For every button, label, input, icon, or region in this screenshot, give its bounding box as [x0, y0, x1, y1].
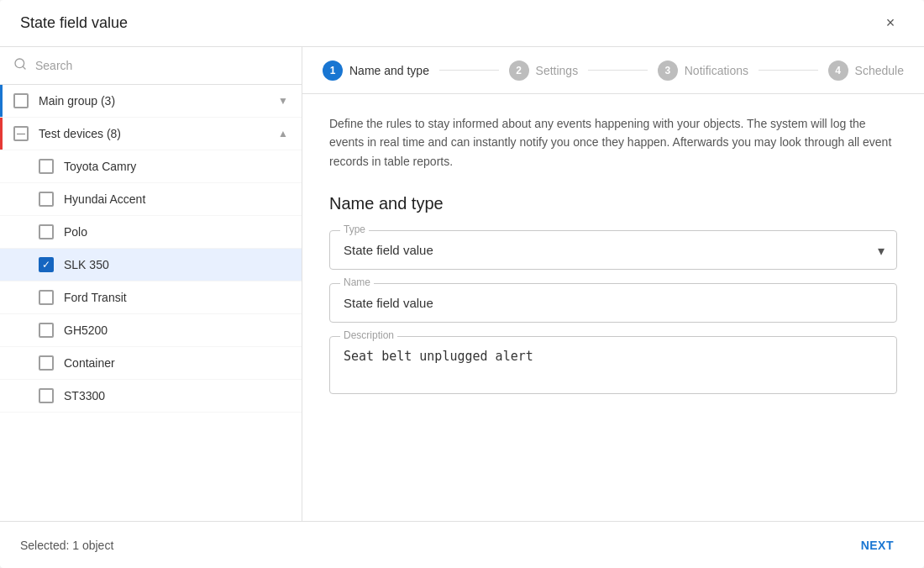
- device-list: Main group (3) ▼ Test devices (8) ▲ Toyo…: [0, 85, 302, 521]
- group-item-main-group[interactable]: Main group (3) ▼: [0, 85, 302, 118]
- selected-count-text: Selected: 1 object: [20, 539, 113, 552]
- modal-body: Main group (3) ▼ Test devices (8) ▲ Toyo…: [0, 47, 924, 521]
- list-item-slk-350[interactable]: SLK 350: [0, 249, 302, 281]
- test-devices-label: Test devices (8): [39, 127, 268, 140]
- slk-350-checkbox[interactable]: [39, 257, 54, 272]
- step-1: 1 Name and type: [323, 60, 429, 81]
- search-bar: [0, 47, 302, 85]
- st3300-label: ST3300: [64, 389, 288, 402]
- test-devices-checkbox[interactable]: [13, 126, 29, 141]
- toyota-camry-label: Toyota Camry: [64, 160, 288, 173]
- description-textarea[interactable]: [330, 337, 896, 391]
- list-item-container[interactable]: Container: [0, 347, 302, 380]
- list-item-ford-transit[interactable]: Ford Transit: [0, 281, 302, 314]
- list-item-gh5200[interactable]: GH5200: [0, 314, 302, 347]
- step-1-circle: 1: [323, 60, 343, 81]
- ford-transit-label: Ford Transit: [64, 291, 288, 304]
- right-panel: 1 Name and type 2 Settings 3 Notifica: [302, 47, 924, 521]
- step-4-label: Schedule: [855, 64, 904, 77]
- step-4-circle: 4: [828, 60, 848, 81]
- step-2-label: Settings: [536, 64, 579, 77]
- list-item-polo[interactable]: Polo: [0, 216, 302, 249]
- section-title: Name and type: [329, 194, 897, 213]
- step-3: 3 Notifications: [658, 60, 748, 81]
- main-group-label: Main group (3): [39, 94, 268, 108]
- st3300-checkbox[interactable]: [39, 388, 54, 403]
- description-label: Description: [340, 329, 397, 341]
- type-field-group: Type State field value ▾: [329, 230, 897, 270]
- modal-header: State field value ×: [0, 0, 924, 47]
- close-button[interactable]: ×: [877, 10, 904, 37]
- step-1-label: Name and type: [349, 64, 429, 77]
- step-line-3-4: [759, 70, 818, 71]
- next-button[interactable]: NEXT: [851, 532, 904, 559]
- step-3-label: Notifications: [685, 64, 748, 77]
- chevron-up-icon: ▲: [278, 128, 288, 139]
- step-2-circle: 2: [509, 60, 529, 81]
- stepper: 1 Name and type 2 Settings 3 Notifica: [302, 47, 924, 94]
- modal-footer: Selected: 1 object NEXT: [0, 521, 924, 568]
- step-4: 4 Schedule: [828, 60, 904, 81]
- name-field-group: Name: [329, 283, 897, 323]
- ford-transit-checkbox[interactable]: [39, 290, 54, 305]
- container-label: Container: [64, 356, 288, 370]
- modal-title: State field value: [20, 14, 128, 32]
- step-2: 2 Settings: [509, 60, 579, 81]
- polo-checkbox[interactable]: [39, 224, 54, 239]
- step-3-circle: 3: [658, 60, 678, 81]
- left-panel: Main group (3) ▼ Test devices (8) ▲ Toyo…: [0, 47, 302, 521]
- group-item-test-devices[interactable]: Test devices (8) ▲: [0, 118, 302, 150]
- toyota-camry-checkbox[interactable]: [39, 159, 54, 174]
- hyundai-accent-label: Hyundai Accent: [64, 192, 288, 206]
- svg-line-1: [23, 66, 25, 69]
- hyundai-accent-checkbox[interactable]: [39, 192, 54, 207]
- description-field-group: Description: [329, 336, 897, 394]
- intro-text: Define the rules to stay informed about …: [329, 114, 897, 171]
- chevron-down-icon: ▼: [278, 95, 288, 107]
- gh5200-checkbox[interactable]: [39, 323, 54, 338]
- slk-350-label: SLK 350: [64, 258, 288, 271]
- step-line-1-2: [439, 70, 499, 71]
- search-input[interactable]: [35, 59, 288, 72]
- name-label: Name: [340, 276, 374, 288]
- search-icon: [13, 57, 27, 74]
- list-item-toyota-camry[interactable]: Toyota Camry: [0, 150, 302, 183]
- type-select-wrapper: State field value ▾: [330, 231, 896, 269]
- right-content: Define the rules to stay informed about …: [302, 94, 924, 521]
- name-input[interactable]: [330, 284, 896, 322]
- modal: State field value × Main group (3) ▼: [0, 0, 924, 568]
- polo-label: Polo: [64, 225, 288, 239]
- type-select[interactable]: State field value: [330, 231, 896, 269]
- step-line-2-3: [588, 70, 648, 71]
- list-item-hyundai-accent[interactable]: Hyundai Accent: [0, 183, 302, 216]
- container-checkbox[interactable]: [39, 355, 54, 371]
- main-group-checkbox[interactable]: [13, 93, 29, 108]
- gh5200-label: GH5200: [64, 323, 288, 337]
- list-item-st3300[interactable]: ST3300: [0, 380, 302, 413]
